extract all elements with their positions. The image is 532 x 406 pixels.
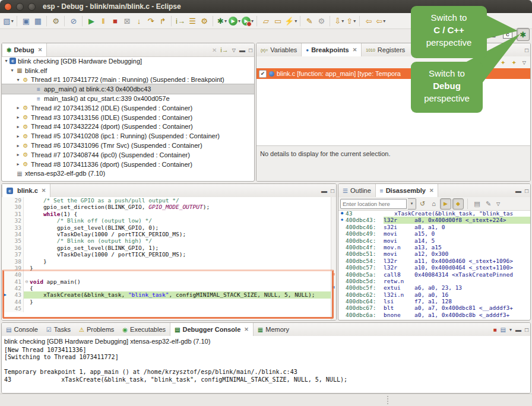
- code-line[interactable]: 44}: [2, 299, 336, 305]
- step-into-button[interactable]: ↓: [134, 15, 144, 27]
- dropdown-arrow-icon[interactable]: ▾: [353, 18, 356, 24]
- code-line[interactable]: 34 vTaskDelay(1000 / portTICK_PERIOD_MS)…: [2, 231, 336, 237]
- external-tools-button[interactable]: ▶▾: [242, 15, 254, 27]
- dropdown-arrow-icon[interactable]: ▾: [11, 18, 14, 24]
- run-button[interactable]: ▶▾: [229, 15, 240, 27]
- debug-tree-item[interactable]: ▸⚙Thread #6 1073431096 (Tmr Svc) (Suspen…: [2, 141, 254, 150]
- expander-icon[interactable]: ▾: [3, 58, 10, 64]
- breakpoint-groups-icon[interactable]: ✦: [511, 59, 516, 66]
- format-button[interactable]: ✎: [304, 15, 315, 27]
- debug-view-options-button[interactable]: ☰: [187, 15, 198, 27]
- close-icon[interactable]: ✕: [42, 188, 46, 194]
- location-dropdown-icon[interactable]: ▾: [408, 198, 416, 210]
- window-maximize-button[interactable]: [28, 3, 36, 11]
- open-perspective-button[interactable]: ⊞: [487, 28, 499, 40]
- expander-icon[interactable]: ▸: [15, 143, 21, 148]
- dropdown-arrow-icon[interactable]: ▾: [383, 18, 385, 24]
- tab-console[interactable]: ▤Console: [2, 323, 42, 336]
- pin-view-icon[interactable]: ✎: [483, 199, 493, 209]
- last-edit-location-button[interactable]: ⇦: [363, 15, 374, 27]
- fold-collapse-icon[interactable]: ⊖: [24, 278, 30, 285]
- tab-variables[interactable]: (x)=Variables: [256, 43, 301, 56]
- add-breakpoint-icon[interactable]: ✦: [501, 59, 505, 66]
- instruction-stepping-button[interactable]: i→: [175, 15, 186, 27]
- settings-gears-button[interactable]: ⚙: [316, 15, 327, 27]
- debug-config-folder-button[interactable]: ▱: [261, 15, 271, 27]
- code-line[interactable]: 35 /* Blink on (output high) */: [2, 237, 336, 244]
- fetch-down-button[interactable]: ⇩▾: [334, 15, 344, 27]
- code-line[interactable]: 32 /* Blink off (output low) */: [2, 217, 336, 224]
- disassembly-listing[interactable]: ●43xTaskCreate(&blink_task, "blink_tas◆4…: [338, 210, 530, 320]
- suspend-button[interactable]: ‖: [98, 15, 109, 27]
- tab-debug[interactable]: ✱ Debug ✕: [2, 43, 47, 56]
- tab-blink-c[interactable]: c blink.c ✕: [2, 184, 50, 197]
- instruction-stepping-mode-icon[interactable]: i→: [220, 46, 228, 53]
- skip-all-breakpoints-button[interactable]: ⊘: [68, 15, 79, 27]
- debug-perspective-button[interactable]: ✱: [517, 28, 530, 41]
- maximize-icon[interactable]: □: [249, 47, 252, 53]
- disassembly-row[interactable]: 400dbc5d:retw.n: [338, 278, 530, 284]
- tab-disassembly[interactable]: ≡Disassembly✕: [375, 184, 439, 197]
- disassembly-row[interactable]: 400dbc64:lsif7, a1, 128: [338, 298, 530, 304]
- fetch-up-button[interactable]: ⇧▾: [346, 15, 356, 27]
- close-icon[interactable]: ✕: [38, 47, 43, 53]
- disassembly-row[interactable]: 400dbc46:s32ia8, a1, 0: [338, 224, 530, 230]
- tab-outline[interactable]: ☰Outline: [338, 184, 375, 197]
- debug-tree-item[interactable]: ▾cblink checking [GDB Hardware Debugging…: [2, 56, 254, 66]
- disassembly-row[interactable]: 400dbc67:blta0, a7, 0x400dbc81 <__adddf3…: [338, 304, 530, 311]
- code-line[interactable]: 30 gpio_set_direction(BLINK_GPIO, GPIO_M…: [2, 204, 336, 210]
- debug-tree-item[interactable]: ▸⚙Thread #5 1073410208 (ipc1 : Running) …: [2, 131, 254, 141]
- code-line[interactable]: 42{: [2, 285, 336, 291]
- refresh-icon[interactable]: ↺: [417, 199, 428, 209]
- debug-tree-item[interactable]: ▾▦blink.elf: [2, 66, 254, 75]
- console-dropdown-icon[interactable]: ▾: [509, 327, 512, 332]
- disassembly-row[interactable]: 400dbc5a:call80x40084314 <xTaskCreatePin…: [338, 271, 530, 278]
- expander-icon[interactable]: ▸: [15, 115, 21, 120]
- disassembly-row[interactable]: 400dbc6a:bnonea0, a1, 0x400dbc8b <_adddf…: [338, 312, 530, 318]
- debug-tree-item[interactable]: ▸⚙Thread #2 1073413512 (IDLE) (Suspended…: [2, 103, 254, 113]
- open-folder-button[interactable]: ▭: [273, 15, 283, 27]
- tab-registers[interactable]: 1010Registers: [362, 43, 409, 56]
- code-line[interactable]: 36 gpio_set_level(BLINK_GPIO, 1);: [2, 245, 336, 251]
- maximize-icon[interactable]: □: [525, 188, 528, 194]
- step-over-button[interactable]: ↷: [145, 15, 156, 27]
- code-line[interactable]: 37 vTaskDelay(1000 / portTICK_PERIOD_MS)…: [2, 251, 336, 258]
- disassembly-row[interactable]: 400dbc54:l32ra11, 0x400d0460 <_stext+109…: [338, 258, 530, 264]
- tab-breakpoints[interactable]: ●Breakpoints✕: [301, 43, 362, 56]
- view-menu-icon[interactable]: ▽: [496, 201, 500, 207]
- remove-all-terminated-icon[interactable]: ✕: [212, 47, 217, 53]
- debug-tree-item[interactable]: ▸⚙Thread #7 1073408744 (ipc0) (Suspended…: [2, 150, 254, 160]
- minimize-icon[interactable]: ▬: [515, 326, 521, 333]
- close-icon[interactable]: ✕: [353, 47, 357, 53]
- code-line[interactable]: 39}: [2, 265, 336, 271]
- display-console-icon[interactable]: ▤: [500, 326, 505, 333]
- code-line[interactable]: 45: [2, 305, 336, 312]
- minimize-icon[interactable]: ▬: [321, 188, 327, 194]
- expander-icon[interactable]: ▸: [15, 105, 21, 110]
- link-with-debug-icon[interactable]: ◉: [489, 59, 495, 66]
- disassembly-row[interactable]: 400dbc5f:extuia6, a0, 23, 13: [338, 284, 530, 291]
- dropdown-arrow-icon[interactable]: ▾: [341, 18, 344, 24]
- build-button[interactable]: ⚙: [50, 15, 61, 27]
- debug-tree-item[interactable]: ▾⚙Thread #1 1073411772 (main : Running) …: [2, 75, 254, 85]
- code-line[interactable]: 41⊖void app_main(): [2, 278, 336, 285]
- debug-button[interactable]: ✱▾: [217, 15, 227, 27]
- expander-icon[interactable]: ▸: [15, 124, 21, 129]
- disassembly-row[interactable]: ◆400dbc43:l32ra8, 0x400d00f8 <_stext+224…: [338, 217, 530, 223]
- track-execution-icon[interactable]: ▶: [440, 198, 451, 210]
- maximize-icon[interactable]: □: [331, 188, 334, 194]
- view-menu-icon[interactable]: ▽: [522, 60, 526, 65]
- flash-button[interactable]: ⚡▾: [284, 15, 297, 27]
- window-close-button[interactable]: [4, 3, 12, 11]
- maximize-icon[interactable]: □: [525, 47, 528, 53]
- save-button[interactable]: ▣: [21, 15, 31, 27]
- debug-tree-item[interactable]: ▸⚙Thread #3 1073413156 (IDLE) (Suspended…: [2, 113, 254, 122]
- tab-debugger-console[interactable]: ▤Debugger Console✕: [170, 323, 254, 336]
- cpp-perspective-button[interactable]: C: [502, 28, 514, 40]
- code-line[interactable]: 31 while(1) {: [2, 211, 336, 217]
- close-icon[interactable]: ✕: [244, 326, 249, 332]
- terminate-button[interactable]: ■: [110, 15, 121, 27]
- disassembly-row[interactable]: 400dbc62:l32i.na0, a0, 16: [338, 291, 530, 298]
- dropdown-arrow-icon[interactable]: ▾: [294, 18, 297, 24]
- debug-tree-item[interactable]: ≡main_task() at cpu_start.c:339 0x400d05…: [2, 94, 254, 103]
